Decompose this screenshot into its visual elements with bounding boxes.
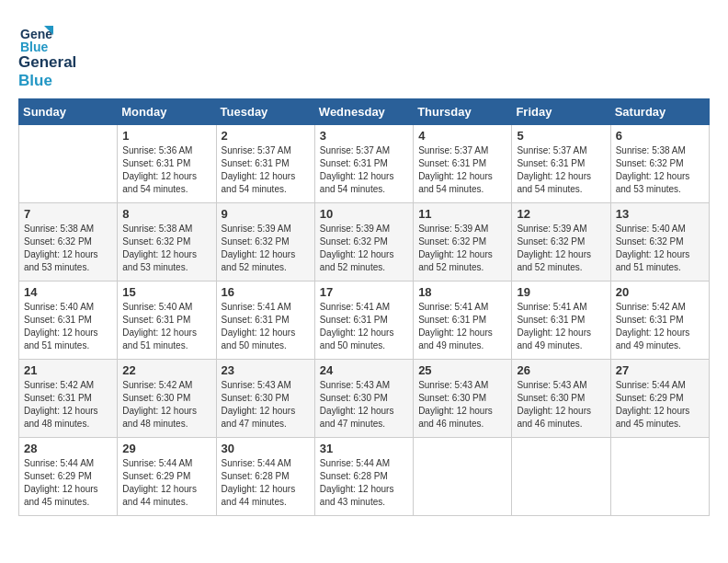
- column-header-thursday: Thursday: [414, 99, 512, 125]
- day-info: Sunrise: 5:44 AMSunset: 6:28 PMDaylight:…: [222, 457, 310, 509]
- day-number: 30: [222, 442, 310, 455]
- day-number: 22: [122, 363, 210, 377]
- day-info: Sunrise: 5:40 AMSunset: 6:31 PMDaylight:…: [24, 301, 112, 352]
- day-info: Sunrise: 5:39 AMSunset: 6:32 PMDaylight:…: [418, 223, 506, 274]
- day-info: Sunrise: 5:39 AMSunset: 6:32 PMDaylight:…: [320, 223, 408, 274]
- calendar-cell: 2Sunrise: 5:37 AMSunset: 6:31 PMDaylight…: [216, 125, 314, 203]
- day-info: Sunrise: 5:37 AMSunset: 6:31 PMDaylight:…: [320, 144, 408, 196]
- calendar-cell: 21Sunrise: 5:42 AMSunset: 6:31 PMDayligh…: [19, 360, 118, 438]
- day-info: Sunrise: 5:38 AMSunset: 6:32 PMDaylight:…: [616, 144, 704, 196]
- day-number: 25: [418, 363, 506, 377]
- calendar-cell: 4Sunrise: 5:37 AMSunset: 6:31 PMDaylight…: [414, 125, 512, 203]
- calendar-cell: 31Sunrise: 5:44 AMSunset: 6:28 PMDayligh…: [314, 438, 413, 516]
- calendar-week-row: 14Sunrise: 5:40 AMSunset: 6:31 PMDayligh…: [19, 282, 710, 360]
- day-number: 17: [320, 285, 408, 299]
- day-number: 27: [616, 363, 704, 377]
- day-number: 16: [222, 285, 310, 299]
- calendar-cell: 5Sunrise: 5:37 AMSunset: 6:31 PMDaylight…: [512, 125, 610, 203]
- calendar-cell: 3Sunrise: 5:37 AMSunset: 6:31 PMDaylight…: [314, 125, 413, 203]
- calendar-cell: 16Sunrise: 5:41 AMSunset: 6:31 PMDayligh…: [216, 282, 314, 360]
- calendar-cell: 20Sunrise: 5:42 AMSunset: 6:31 PMDayligh…: [610, 282, 709, 360]
- day-info: Sunrise: 5:43 AMSunset: 6:30 PMDaylight:…: [222, 379, 310, 431]
- day-number: 24: [320, 363, 408, 377]
- day-info: Sunrise: 5:42 AMSunset: 6:31 PMDaylight:…: [616, 301, 704, 352]
- calendar-cell: 30Sunrise: 5:44 AMSunset: 6:28 PMDayligh…: [216, 438, 314, 516]
- day-number: 6: [616, 129, 704, 143]
- day-info: Sunrise: 5:42 AMSunset: 6:30 PMDaylight:…: [122, 379, 210, 431]
- calendar-cell: 22Sunrise: 5:42 AMSunset: 6:30 PMDayligh…: [118, 360, 216, 438]
- day-number: 28: [24, 442, 112, 455]
- day-number: 1: [122, 129, 210, 143]
- calendar-cell: 1Sunrise: 5:36 AMSunset: 6:31 PMDaylight…: [118, 125, 216, 203]
- day-number: 21: [24, 363, 112, 377]
- day-info: Sunrise: 5:43 AMSunset: 6:30 PMDaylight:…: [320, 379, 408, 431]
- day-info: Sunrise: 5:41 AMSunset: 6:31 PMDaylight:…: [222, 301, 310, 352]
- calendar-cell: 9Sunrise: 5:39 AMSunset: 6:32 PMDaylight…: [216, 203, 314, 282]
- day-info: Sunrise: 5:38 AMSunset: 6:32 PMDaylight:…: [24, 223, 112, 274]
- calendar-header-row: SundayMondayTuesdayWednesdayThursdayFrid…: [19, 99, 710, 125]
- column-header-tuesday: Tuesday: [216, 99, 314, 125]
- day-number: 19: [517, 285, 605, 299]
- day-number: 13: [616, 207, 704, 221]
- day-info: Sunrise: 5:36 AMSunset: 6:31 PMDaylight:…: [122, 144, 210, 196]
- day-info: Sunrise: 5:37 AMSunset: 6:31 PMDaylight:…: [517, 144, 605, 196]
- day-number: 20: [616, 285, 704, 299]
- calendar-cell: 12Sunrise: 5:39 AMSunset: 6:32 PMDayligh…: [512, 203, 610, 282]
- calendar-cell: [610, 438, 709, 516]
- day-info: Sunrise: 5:40 AMSunset: 6:32 PMDaylight:…: [616, 223, 704, 274]
- day-number: 8: [122, 207, 210, 221]
- calendar-cell: 13Sunrise: 5:40 AMSunset: 6:32 PMDayligh…: [610, 203, 709, 282]
- day-number: 10: [320, 207, 408, 221]
- day-number: 11: [418, 207, 506, 221]
- calendar-cell: 6Sunrise: 5:38 AMSunset: 6:32 PMDaylight…: [610, 125, 709, 203]
- calendar-cell: 7Sunrise: 5:38 AMSunset: 6:32 PMDaylight…: [19, 203, 118, 282]
- calendar-cell: 19Sunrise: 5:41 AMSunset: 6:31 PMDayligh…: [512, 282, 610, 360]
- logo-line1: General: [18, 53, 76, 72]
- calendar-cell: 17Sunrise: 5:41 AMSunset: 6:31 PMDayligh…: [314, 282, 413, 360]
- calendar-cell: 18Sunrise: 5:41 AMSunset: 6:31 PMDayligh…: [414, 282, 512, 360]
- page-header: General Blue General Blue: [18, 18, 710, 89]
- calendar-week-row: 7Sunrise: 5:38 AMSunset: 6:32 PMDaylight…: [19, 203, 710, 282]
- day-info: Sunrise: 5:40 AMSunset: 6:31 PMDaylight:…: [122, 301, 210, 352]
- day-number: 9: [222, 207, 310, 221]
- logo: General Blue General Blue: [18, 18, 76, 89]
- calendar-cell: [19, 125, 118, 203]
- day-number: 26: [517, 363, 605, 377]
- calendar-cell: 8Sunrise: 5:38 AMSunset: 6:32 PMDaylight…: [118, 203, 216, 282]
- day-number: 15: [122, 285, 210, 299]
- day-number: 29: [122, 442, 210, 455]
- day-info: Sunrise: 5:41 AMSunset: 6:31 PMDaylight:…: [418, 301, 506, 352]
- calendar-cell: 25Sunrise: 5:43 AMSunset: 6:30 PMDayligh…: [414, 360, 512, 438]
- day-number: 4: [418, 129, 506, 143]
- day-info: Sunrise: 5:38 AMSunset: 6:32 PMDaylight:…: [122, 223, 210, 274]
- day-info: Sunrise: 5:39 AMSunset: 6:32 PMDaylight:…: [517, 223, 605, 274]
- day-info: Sunrise: 5:41 AMSunset: 6:31 PMDaylight:…: [320, 301, 408, 352]
- day-number: 3: [320, 129, 408, 143]
- day-info: Sunrise: 5:37 AMSunset: 6:31 PMDaylight:…: [222, 144, 310, 196]
- calendar-cell: 15Sunrise: 5:40 AMSunset: 6:31 PMDayligh…: [118, 282, 216, 360]
- day-number: 18: [418, 285, 506, 299]
- day-info: Sunrise: 5:42 AMSunset: 6:31 PMDaylight:…: [24, 379, 112, 431]
- logo-icon: General Blue: [18, 18, 53, 53]
- calendar-cell: 29Sunrise: 5:44 AMSunset: 6:29 PMDayligh…: [118, 438, 216, 516]
- day-number: 5: [517, 129, 605, 143]
- column-header-sunday: Sunday: [19, 99, 118, 125]
- day-info: Sunrise: 5:44 AMSunset: 6:29 PMDaylight:…: [616, 379, 704, 431]
- day-number: 31: [320, 442, 408, 455]
- day-info: Sunrise: 5:39 AMSunset: 6:32 PMDaylight:…: [222, 223, 310, 274]
- calendar-week-row: 28Sunrise: 5:44 AMSunset: 6:29 PMDayligh…: [19, 438, 710, 516]
- day-number: 12: [517, 207, 605, 221]
- column-header-friday: Friday: [512, 99, 610, 125]
- day-number: 2: [222, 129, 310, 143]
- column-header-saturday: Saturday: [610, 99, 709, 125]
- calendar-cell: 26Sunrise: 5:43 AMSunset: 6:30 PMDayligh…: [512, 360, 610, 438]
- calendar-cell: [414, 438, 512, 516]
- column-header-monday: Monday: [118, 99, 216, 125]
- day-number: 14: [24, 285, 112, 299]
- logo-line2: Blue: [18, 72, 76, 90]
- svg-text:Blue: Blue: [20, 40, 49, 53]
- day-number: 7: [24, 207, 112, 221]
- calendar-cell: 27Sunrise: 5:44 AMSunset: 6:29 PMDayligh…: [610, 360, 709, 438]
- calendar-cell: 24Sunrise: 5:43 AMSunset: 6:30 PMDayligh…: [314, 360, 413, 438]
- day-info: Sunrise: 5:44 AMSunset: 6:28 PMDaylight:…: [320, 457, 408, 509]
